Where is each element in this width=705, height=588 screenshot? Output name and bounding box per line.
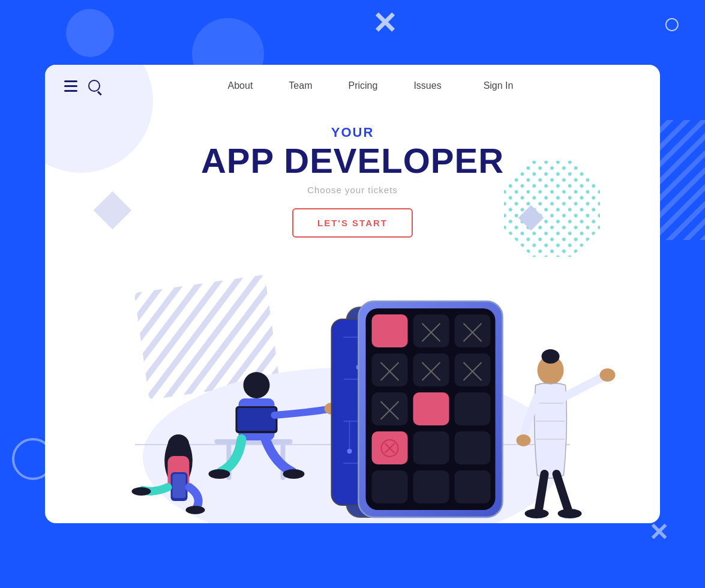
svg-point-9 <box>244 372 270 398</box>
svg-rect-43 <box>372 353 408 386</box>
svg-rect-52 <box>372 392 408 425</box>
main-card: About Team Pricing Issues Sign In YOUR A… <box>45 65 660 523</box>
svg-rect-37 <box>413 314 449 347</box>
svg-point-73 <box>558 509 582 518</box>
nav-signin[interactable]: Sign In <box>484 80 514 91</box>
svg-rect-55 <box>413 392 449 425</box>
svg-point-72 <box>525 509 549 518</box>
cta-button[interactable]: LET'S START <box>292 208 413 238</box>
hamburger-menu[interactable] <box>64 80 77 92</box>
svg-rect-64 <box>413 470 449 503</box>
svg-point-21 <box>186 506 205 514</box>
svg-rect-65 <box>455 470 491 503</box>
circle-decoration-1: ○ <box>663 6 681 41</box>
nav-team[interactable]: Team <box>289 80 312 91</box>
navbar: About Team Pricing Issues Sign In <box>45 65 660 107</box>
svg-rect-12 <box>238 408 276 431</box>
svg-rect-40 <box>455 314 491 347</box>
svg-rect-1 <box>657 120 705 240</box>
svg-point-14 <box>283 469 305 479</box>
nav-pricing[interactable]: Pricing <box>348 80 377 91</box>
svg-rect-46 <box>413 353 449 386</box>
svg-point-74 <box>517 434 531 446</box>
hero-description: Choose your tickets <box>45 185 660 195</box>
nav-issues[interactable]: Issues <box>413 80 441 91</box>
svg-rect-49 <box>455 353 491 386</box>
svg-rect-19 <box>173 474 186 498</box>
svg-point-13 <box>209 469 230 479</box>
nav-links: About Team Pricing Issues Sign In <box>228 80 514 91</box>
svg-point-32 <box>347 449 352 454</box>
svg-rect-36 <box>372 314 408 347</box>
svg-rect-63 <box>372 470 408 503</box>
svg-point-20 <box>132 487 151 496</box>
svg-point-67 <box>542 349 560 364</box>
x-decoration-1: ✕ <box>372 6 397 41</box>
nav-about[interactable]: About <box>228 80 253 91</box>
svg-point-71 <box>600 368 616 382</box>
hero-title: APP DEVELOPER <box>45 142 660 180</box>
illustration-scene <box>45 259 660 523</box>
hero-subtitle: YOUR <box>45 125 660 140</box>
hero-section: YOUR APP DEVELOPER Choose your tickets L… <box>45 107 660 238</box>
svg-rect-61 <box>413 431 449 464</box>
svg-rect-56 <box>455 392 491 425</box>
svg-rect-62 <box>455 431 491 464</box>
search-icon[interactable] <box>88 80 100 92</box>
